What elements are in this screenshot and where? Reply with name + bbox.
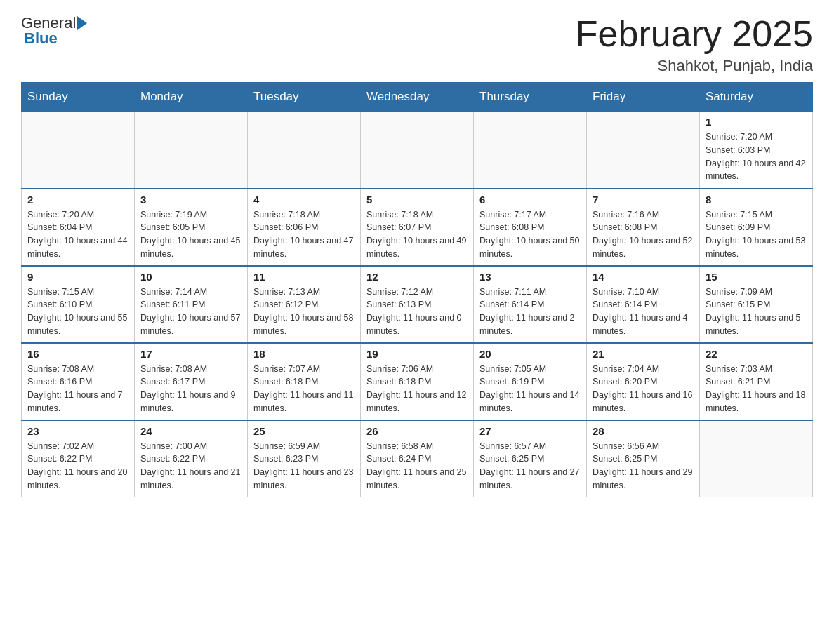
day-info: Sunrise: 7:16 AMSunset: 6:08 PMDaylight:… [593,208,694,261]
day-info: Sunrise: 7:04 AMSunset: 6:20 PMDaylight:… [593,363,694,415]
day-number: 20 [479,348,581,360]
calendar-header-wednesday: Wednesday [361,83,474,112]
logo: General Blue [21,14,88,48]
calendar-cell: 10Sunrise: 7:14 AMSunset: 6:11 PMDayligh… [135,266,248,343]
day-number: 13 [479,271,581,283]
day-number: 17 [140,348,241,360]
day-number: 26 [366,425,468,437]
calendar-cell [361,112,474,189]
calendar-cell: 11Sunrise: 7:13 AMSunset: 6:12 PMDayligh… [248,266,361,343]
day-number: 6 [479,194,581,206]
day-number: 27 [479,425,581,437]
logo-arrow-icon [77,16,87,30]
day-info: Sunrise: 7:03 AMSunset: 6:21 PMDaylight:… [706,363,807,415]
calendar-cell [135,112,248,189]
day-info: Sunrise: 7:15 AMSunset: 6:09 PMDaylight:… [706,208,807,261]
calendar-week-row: 1Sunrise: 7:20 AMSunset: 6:03 PMDaylight… [22,112,813,189]
day-info: Sunrise: 7:07 AMSunset: 6:18 PMDaylight:… [253,363,355,415]
day-number: 12 [366,271,468,283]
calendar-cell [587,112,700,189]
calendar-cell: 26Sunrise: 6:58 AMSunset: 6:24 PMDayligh… [361,420,474,497]
day-number: 10 [140,271,241,283]
day-number: 3 [140,194,241,206]
calendar-week-row: 23Sunrise: 7:02 AMSunset: 6:22 PMDayligh… [22,420,813,497]
day-info: Sunrise: 7:11 AMSunset: 6:14 PMDaylight:… [479,286,581,338]
calendar-header-tuesday: Tuesday [248,83,361,112]
calendar-cell: 2Sunrise: 7:20 AMSunset: 6:04 PMDaylight… [22,189,135,266]
calendar-header-row: SundayMondayTuesdayWednesdayThursdayFrid… [22,83,813,112]
day-number: 14 [593,271,694,283]
day-number: 21 [593,348,694,360]
calendar-header-saturday: Saturday [700,83,813,112]
day-info: Sunrise: 6:57 AMSunset: 6:25 PMDaylight:… [479,440,581,492]
calendar-cell: 28Sunrise: 6:56 AMSunset: 6:25 PMDayligh… [587,420,700,497]
day-info: Sunrise: 7:05 AMSunset: 6:19 PMDaylight:… [479,363,581,415]
calendar-cell: 25Sunrise: 6:59 AMSunset: 6:23 PMDayligh… [248,420,361,497]
location-title: Shahkot, Punjab, India [576,57,813,75]
day-info: Sunrise: 6:58 AMSunset: 6:24 PMDaylight:… [366,440,468,492]
day-info: Sunrise: 7:14 AMSunset: 6:11 PMDaylight:… [140,286,241,338]
day-info: Sunrise: 7:02 AMSunset: 6:22 PMDaylight:… [27,440,128,492]
day-info: Sunrise: 7:17 AMSunset: 6:08 PMDaylight:… [479,208,581,261]
calendar-cell: 1Sunrise: 7:20 AMSunset: 6:03 PMDaylight… [700,112,813,189]
day-info: Sunrise: 6:59 AMSunset: 6:23 PMDaylight:… [253,440,355,492]
logo-blue-text: Blue [21,29,58,48]
day-info: Sunrise: 7:20 AMSunset: 6:04 PMDaylight:… [27,208,128,261]
calendar-cell: 23Sunrise: 7:02 AMSunset: 6:22 PMDayligh… [22,420,135,497]
day-info: Sunrise: 7:08 AMSunset: 6:16 PMDaylight:… [27,363,128,415]
calendar-cell: 5Sunrise: 7:18 AMSunset: 6:07 PMDaylight… [361,189,474,266]
day-number: 24 [140,425,241,437]
calendar-cell [474,112,587,189]
day-info: Sunrise: 7:12 AMSunset: 6:13 PMDaylight:… [366,286,468,338]
calendar-cell: 8Sunrise: 7:15 AMSunset: 6:09 PMDaylight… [700,189,813,266]
calendar-header-monday: Monday [135,83,248,112]
calendar-cell: 22Sunrise: 7:03 AMSunset: 6:21 PMDayligh… [700,343,813,420]
day-info: Sunrise: 7:18 AMSunset: 6:06 PMDaylight:… [253,208,355,261]
day-number: 9 [27,271,128,283]
calendar-week-row: 2Sunrise: 7:20 AMSunset: 6:04 PMDaylight… [22,189,813,266]
title-block: February 2025 Shahkot, Punjab, India [576,14,813,75]
day-info: Sunrise: 7:09 AMSunset: 6:15 PMDaylight:… [706,286,807,338]
day-number: 25 [253,425,355,437]
calendar-header-friday: Friday [587,83,700,112]
calendar-cell: 21Sunrise: 7:04 AMSunset: 6:20 PMDayligh… [587,343,700,420]
day-number: 16 [27,348,128,360]
day-number: 18 [253,348,355,360]
day-number: 8 [706,194,807,206]
day-info: Sunrise: 7:08 AMSunset: 6:17 PMDaylight:… [140,363,241,415]
calendar-cell: 15Sunrise: 7:09 AMSunset: 6:15 PMDayligh… [700,266,813,343]
day-number: 22 [706,348,807,360]
calendar-cell: 4Sunrise: 7:18 AMSunset: 6:06 PMDaylight… [248,189,361,266]
day-info: Sunrise: 6:56 AMSunset: 6:25 PMDaylight:… [593,440,694,492]
calendar-cell: 24Sunrise: 7:00 AMSunset: 6:22 PMDayligh… [135,420,248,497]
day-number: 5 [366,194,468,206]
calendar-table: SundayMondayTuesdayWednesdayThursdayFrid… [21,82,813,497]
calendar-cell: 16Sunrise: 7:08 AMSunset: 6:16 PMDayligh… [22,343,135,420]
calendar-cell: 19Sunrise: 7:06 AMSunset: 6:18 PMDayligh… [361,343,474,420]
day-number: 19 [366,348,468,360]
calendar-header-sunday: Sunday [22,83,135,112]
calendar-week-row: 9Sunrise: 7:15 AMSunset: 6:10 PMDaylight… [22,266,813,343]
day-number: 4 [253,194,355,206]
day-number: 23 [27,425,128,437]
day-info: Sunrise: 7:13 AMSunset: 6:12 PMDaylight:… [253,286,355,338]
day-info: Sunrise: 7:20 AMSunset: 6:03 PMDaylight:… [706,130,807,183]
day-number: 28 [593,425,694,437]
calendar-cell: 18Sunrise: 7:07 AMSunset: 6:18 PMDayligh… [248,343,361,420]
day-number: 11 [253,271,355,283]
day-number: 2 [27,194,128,206]
calendar-cell: 12Sunrise: 7:12 AMSunset: 6:13 PMDayligh… [361,266,474,343]
day-info: Sunrise: 7:15 AMSunset: 6:10 PMDaylight:… [27,286,128,338]
day-number: 15 [706,271,807,283]
calendar-cell: 3Sunrise: 7:19 AMSunset: 6:05 PMDaylight… [135,189,248,266]
calendar-cell [22,112,135,189]
day-number: 1 [706,116,807,128]
month-title: February 2025 [576,14,813,54]
day-info: Sunrise: 7:06 AMSunset: 6:18 PMDaylight:… [366,363,468,415]
calendar-week-row: 16Sunrise: 7:08 AMSunset: 6:16 PMDayligh… [22,343,813,420]
day-info: Sunrise: 7:19 AMSunset: 6:05 PMDaylight:… [140,208,241,261]
calendar-cell: 7Sunrise: 7:16 AMSunset: 6:08 PMDaylight… [587,189,700,266]
calendar-cell [248,112,361,189]
calendar-header-thursday: Thursday [474,83,587,112]
day-info: Sunrise: 7:10 AMSunset: 6:14 PMDaylight:… [593,286,694,338]
